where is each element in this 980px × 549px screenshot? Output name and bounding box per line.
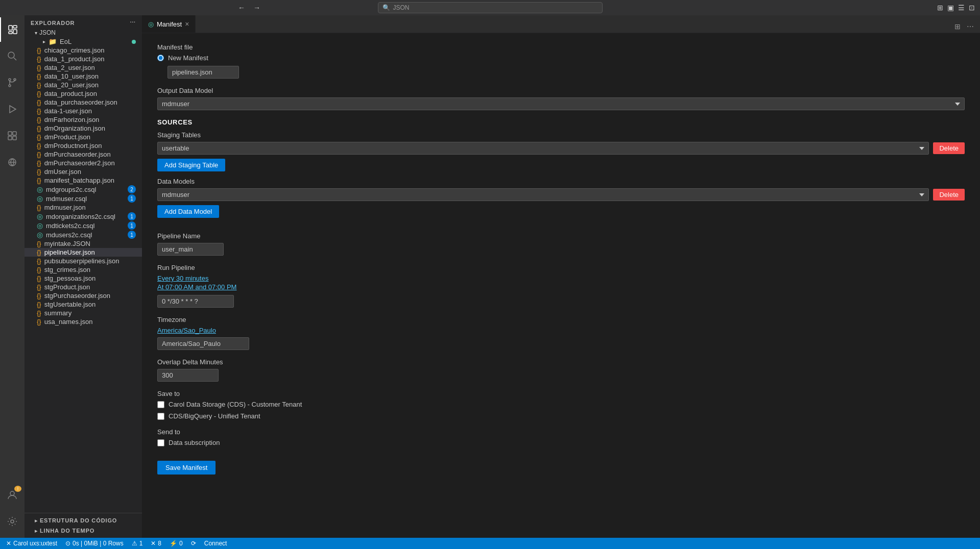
sidebar-item-dmproduct[interactable]: {} dmProduct.json xyxy=(25,133,142,141)
activity-explorer[interactable] xyxy=(0,17,25,42)
file-name: data_product.json xyxy=(44,90,97,97)
sidebar-header-actions[interactable]: ⋯ xyxy=(130,19,136,26)
more-actions-icon[interactable]: ⋯ xyxy=(965,20,976,33)
file-icon: 📁 xyxy=(49,38,57,45)
sidebar-item-myintake[interactable]: {} myintake.JSON xyxy=(25,239,142,248)
sidebar-item-mdtickets2c[interactable]: ◎ mdtickets2c.csql 1 xyxy=(25,221,142,230)
sidebar-item-dataproduct[interactable]: {} data_product.json xyxy=(25,89,142,98)
json-icon: {} xyxy=(37,64,41,71)
sidebar-item-datapurchaseorder[interactable]: {} data_purchaseorder.json xyxy=(25,98,142,107)
svg-point-6 xyxy=(9,79,11,81)
svg-rect-0 xyxy=(9,26,12,30)
layout-icon-1[interactable]: ⊞ xyxy=(937,4,943,12)
sidebar-item-stgpurchaseorder[interactable]: {} stgPurchaseorder.json xyxy=(25,291,142,300)
sidebar-item-dmproductnort[interactable]: {} dmProductnort.json xyxy=(25,141,142,150)
svg-rect-3 xyxy=(9,32,12,34)
sidebar-item-chicago[interactable]: {} chicago_crimes.json xyxy=(25,46,142,55)
csql-icon: ◎ xyxy=(37,212,43,220)
add-data-model-button[interactable]: Add Data Model xyxy=(157,205,219,218)
save-manifest-button[interactable]: Save Manifest xyxy=(157,461,216,475)
output-model-select[interactable]: mdmuser xyxy=(157,97,965,110)
sidebar-item-data1user[interactable]: {} data-1-user.json xyxy=(25,107,142,115)
sidebar-item-dmuser[interactable]: {} dmUser.json xyxy=(25,167,142,176)
status-sync[interactable]: ⟳ xyxy=(189,540,198,547)
delete-staging-table-button[interactable]: Delete xyxy=(933,142,965,154)
file-name: usa_names.json xyxy=(44,318,93,326)
sidebar-code-structure[interactable]: ▸ ESTRUTURA DO CÓDIGO xyxy=(25,515,142,526)
sidebar-item-stgusertable[interactable]: {} stgUsertable.json xyxy=(25,300,142,309)
activity-source-control[interactable] xyxy=(0,70,25,95)
timezone-link[interactable]: America/Sao_Paulo xyxy=(157,327,216,334)
activity-remote[interactable] xyxy=(0,150,25,174)
save-cds-checkbox[interactable] xyxy=(157,401,164,408)
sidebar-item-data1product[interactable]: {} data_1_product.json xyxy=(25,55,142,63)
sidebar-item-mdgroups2c[interactable]: ◎ mdgroups2c.csql 2 xyxy=(25,185,142,194)
sidebar-item-mdmusercsql[interactable]: ◎ mdmuser.csql 1 xyxy=(25,194,142,203)
sidebar-item-manifestbatchapp[interactable]: {} manifest_batchapp.json xyxy=(25,176,142,185)
sidebar-item-usanames[interactable]: {} usa_names.json xyxy=(25,317,142,326)
split-editor-icon[interactable]: ⊞ xyxy=(952,20,963,33)
sidebar-item-pubsubuserpipelines[interactable]: {} pubsubuserpipelines.json xyxy=(25,257,142,265)
json-icon: {} xyxy=(37,240,41,247)
json-icon: {} xyxy=(37,266,41,273)
manifest-filename-input[interactable] xyxy=(168,66,239,79)
layout-icon-2[interactable]: ▣ xyxy=(947,4,954,12)
schedule-option2[interactable]: At 07:00 AM and 07:00 PM xyxy=(157,283,965,291)
sidebar-item-dmfarhorizon[interactable]: {} dmFarhorizon.json xyxy=(25,115,142,124)
sidebar-item-data10user[interactable]: {} data_10_user.json xyxy=(25,72,142,81)
status-connect[interactable]: Connect xyxy=(202,540,229,547)
data-model-select[interactable]: mdmuser xyxy=(157,188,929,201)
sidebar-item-eol[interactable]: ▸ 📁 EoL xyxy=(25,37,142,46)
data-subscription-checkbox[interactable] xyxy=(157,439,164,446)
status-warnings[interactable]: ⚠ 1 xyxy=(130,540,145,547)
sidebar-item-stgcrimes[interactable]: {} stg_crimes.json xyxy=(25,265,142,274)
new-file-icon[interactable]: ⋯ xyxy=(130,19,136,26)
sidebar-item-dmorganization[interactable]: {} dmOrganization.json xyxy=(25,124,142,133)
nav-forward-button[interactable]: → xyxy=(250,3,264,13)
search-bar[interactable]: 🔍 JSON xyxy=(378,2,603,13)
activity-search[interactable] xyxy=(0,44,25,68)
activity-settings[interactable] xyxy=(0,509,25,534)
delete-data-model-button[interactable]: Delete xyxy=(933,189,965,201)
send-option1-row: Data subscription xyxy=(157,439,965,446)
activity-account[interactable]: ! xyxy=(0,483,25,507)
json-icon: {} xyxy=(37,292,41,300)
layout-icon-3[interactable]: ☰ xyxy=(958,4,965,12)
pipeline-name-label: Pipeline Name xyxy=(157,232,965,240)
manifest-tab[interactable]: ◎ Manifest × xyxy=(142,15,196,33)
sidebar-item-mdorganizations2c[interactable]: ◎ mdorganizations2c.csql 1 xyxy=(25,212,142,221)
status-performance[interactable]: ⊙ 0s | 0MiB | 0 Rows xyxy=(63,540,126,547)
layout-icon-4[interactable]: ⊡ xyxy=(969,4,975,12)
schedule-option1[interactable]: Every 30 minutes xyxy=(157,274,965,282)
activity-run[interactable] xyxy=(0,97,25,121)
pipeline-name-input[interactable] xyxy=(157,243,224,256)
save-bigquery-checkbox[interactable] xyxy=(157,413,164,420)
status-power[interactable]: ⚡ 0 xyxy=(168,540,185,547)
staging-table-select[interactable]: usertable xyxy=(157,142,929,155)
sidebar-item-mdusers2c[interactable]: ◎ mdusers2c.csql 1 xyxy=(25,230,142,239)
status-remote[interactable]: ✕ Carol uxs:uxtest xyxy=(4,540,59,547)
overlap-input[interactable] xyxy=(157,369,219,382)
sidebar-item-summary[interactable]: {} summary xyxy=(25,309,142,317)
sidebar-item-dmpurchaseorder2[interactable]: {} dmPurchaseorder2.json xyxy=(25,159,142,167)
sidebar-item-stgproduct[interactable]: {} stgProduct.json xyxy=(25,283,142,291)
sidebar-item-dmpurchaseorder[interactable]: {} dmPurchaseorder.json xyxy=(25,150,142,159)
activity-extensions[interactable] xyxy=(0,123,25,148)
new-manifest-radio[interactable] xyxy=(157,55,164,61)
sidebar-item-stgpessoas[interactable]: {} stg_pessoas.json xyxy=(25,274,142,283)
file-name: EoL xyxy=(60,38,71,45)
sidebar-item-data20user[interactable]: {} data_20_user.json xyxy=(25,81,142,89)
sidebar-item-mdmuserjson[interactable]: {} mdmuser.json xyxy=(25,203,142,212)
nav-back-button[interactable]: ← xyxy=(235,3,248,13)
status-bar: ✕ Carol uxs:uxtest ⊙ 0s | 0MiB | 0 Rows … xyxy=(0,538,980,549)
tab-close-button[interactable]: × xyxy=(185,20,189,28)
timezone-input[interactable] xyxy=(157,337,249,350)
status-errors[interactable]: ✕ 8 xyxy=(149,540,163,547)
sidebar-section-json[interactable]: ▾ JSON xyxy=(25,28,142,37)
sidebar-item-pipelineuser[interactable]: {} pipelineUser.json xyxy=(25,248,142,257)
sidebar-timeline[interactable]: ▸ LINHA DO TEMPO xyxy=(25,526,142,536)
sidebar-item-data2user[interactable]: {} data_2_user.json xyxy=(25,63,142,72)
cron-input[interactable] xyxy=(157,295,234,308)
svg-rect-13 xyxy=(13,136,16,140)
add-staging-table-button[interactable]: Add Staging Table xyxy=(157,159,225,171)
